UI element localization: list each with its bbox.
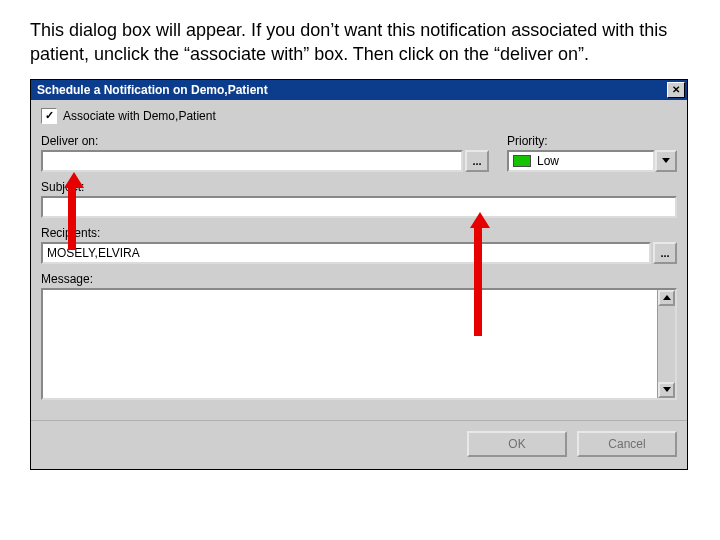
scroll-up-button[interactable] [658,290,675,306]
ellipsis-icon: ... [660,247,669,259]
dialog-body: ✓ Associate with Demo,Patient Deliver on… [31,100,687,408]
priority-group: Priority: Low [507,134,677,172]
priority-select[interactable]: Low [507,150,677,172]
deliver-on-combo: ... [41,150,489,172]
cancel-button[interactable]: Cancel [577,431,677,457]
dialog-footer: OK Cancel [31,420,687,469]
window-title: Schedule a Notification on Demo,Patient [37,83,667,97]
recipients-combo: MOSELY,ELVIRA ... [41,242,677,264]
associate-with-label: Associate with Demo,Patient [63,109,216,123]
deliver-on-picker-button[interactable]: ... [465,150,489,172]
recipients-picker-button[interactable]: ... [653,242,677,264]
associate-with-row: ✓ Associate with Demo,Patient [41,108,677,124]
close-button[interactable]: ✕ [667,82,685,98]
dialog-window: Schedule a Notification on Demo,Patient … [30,79,688,470]
chevron-down-icon [663,387,671,392]
scroll-down-button[interactable] [658,382,675,398]
message-scrollbar[interactable] [657,290,675,398]
chevron-up-icon [663,295,671,300]
priority-color-swatch [513,155,531,167]
titlebar: Schedule a Notification on Demo,Patient … [31,80,687,100]
recipients-group: Recipients: MOSELY,ELVIRA ... [41,226,677,264]
deliver-on-group: Deliver on: ... [41,134,489,172]
message-label: Message: [41,272,677,286]
subject-group: Subject: [41,180,677,218]
message-group: Message: [41,272,677,400]
deliver-on-label: Deliver on: [41,134,489,148]
ok-button[interactable]: OK [467,431,567,457]
subject-input[interactable] [41,196,677,218]
associate-with-checkbox[interactable]: ✓ [41,108,57,124]
deliver-on-input[interactable] [41,150,463,172]
checkmark-icon: ✓ [45,109,54,122]
ellipsis-icon: ... [472,155,481,167]
instruction-text: This dialog box will appear. If you don’… [0,0,720,75]
recipients-input[interactable]: MOSELY,ELVIRA [41,242,651,264]
subject-label: Subject: [41,180,677,194]
close-icon: ✕ [672,84,680,95]
deliver-priority-row: Deliver on: ... Priority: Low [41,134,677,172]
priority-label: Priority: [507,134,677,148]
chevron-down-icon [662,158,670,163]
priority-display: Low [507,150,655,172]
message-textarea[interactable] [41,288,677,400]
priority-value: Low [537,154,559,168]
priority-dropdown-button[interactable] [655,150,677,172]
recipients-label: Recipients: [41,226,677,240]
